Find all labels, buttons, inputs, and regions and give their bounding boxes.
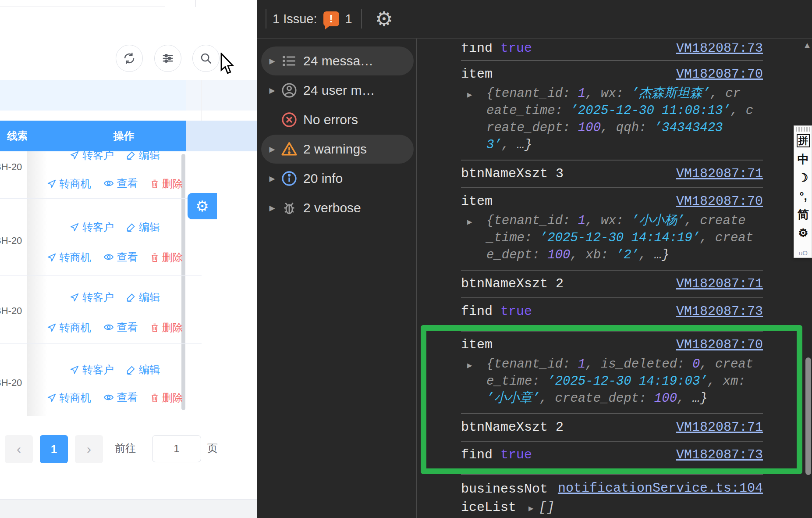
edit-icon [126, 222, 136, 232]
toolbar-divider [266, 9, 266, 29]
sidebar-item-label: 24 user m… [303, 83, 375, 98]
issue-text: 1 Issue: [273, 12, 317, 26]
log-message: item [461, 193, 493, 210]
action-buttons-line: 转客户编辑 [27, 363, 202, 377]
source-link[interactable]: VM182087:71 [676, 275, 763, 292]
punctuation-mode[interactable]: °, [794, 187, 812, 205]
ime-logo: uO [794, 249, 812, 257]
send-icon [47, 179, 57, 189]
send-icon [70, 293, 79, 302]
sidebar-item-label: 24 messa… [303, 54, 373, 68]
console-entry: find trueVM182087:73 [461, 297, 763, 325]
pagination-page-1[interactable]: 1 [40, 435, 68, 463]
expander-arrow-icon[interactable]: ▶ [467, 87, 472, 104]
filter-settings-button[interactable] [154, 45, 181, 72]
sidebar-item-user[interactable]: ▶24 user m… [261, 76, 414, 105]
action-查看-button[interactable]: 查看 [103, 390, 138, 404]
console-settings-button[interactable]: ⚙ [375, 9, 393, 29]
action-删除-button[interactable]: 删除 [150, 250, 183, 264]
ime-toolbar: 拼中☽°,简⚙ uO [794, 125, 812, 258]
action-编辑-button[interactable]: 编辑 [126, 363, 160, 377]
expander-arrow-icon[interactable]: ▶ [265, 86, 280, 95]
source-link[interactable]: VM182087:73 [676, 447, 763, 463]
info-icon [280, 170, 298, 187]
source-link[interactable]: notificationService.ts:104 [558, 480, 763, 497]
source-link[interactable]: VM182087:70 [676, 66, 763, 82]
action-删除-button[interactable]: 删除 [150, 177, 183, 191]
simplified-mode[interactable]: 简 [794, 205, 812, 224]
action-删除-button[interactable]: 删除 [150, 321, 183, 335]
action-编辑-button[interactable]: 编辑 [126, 151, 160, 162]
source-link[interactable]: VM182087:71 [676, 165, 763, 182]
log-message: btnNameXszt 3 [461, 165, 564, 182]
action-转客户-button[interactable]: 转客户 [70, 363, 114, 377]
issue-count: 1 [345, 12, 352, 26]
refresh-button[interactable] [116, 45, 143, 72]
console-entry: btnNameXszt 2VM182087:71 [461, 413, 763, 441]
source-link[interactable]: VM182087:70 [676, 336, 763, 353]
console-entry: find trueVM182087:73 [461, 441, 763, 468]
action-转商机-button[interactable]: 转商机 [47, 250, 91, 264]
eye-icon [103, 322, 114, 332]
source-link[interactable]: VM182087:70 [676, 193, 763, 210]
action-转客户-button[interactable]: 转客户 [70, 220, 114, 234]
sidebar-item-warning[interactable]: ▶2 warnings [261, 135, 414, 164]
pagination-next-button[interactable]: › [75, 435, 103, 463]
row-separator [0, 343, 202, 344]
sidebar-item-error[interactable]: No errors [261, 105, 414, 134]
action-删除-button[interactable]: 删除 [150, 391, 183, 405]
chinese-mode[interactable]: 中 [794, 150, 812, 168]
action-转商机-button[interactable]: 转商机 [47, 391, 91, 405]
action-转客户-button[interactable]: 转客户 [70, 151, 114, 162]
source-link[interactable]: VM182087:73 [676, 303, 763, 320]
expander-arrow-icon[interactable]: ▶ [467, 214, 472, 231]
expander-arrow-icon[interactable]: ▶ [265, 174, 280, 183]
action-转商机-button[interactable]: 转商机 [47, 177, 91, 191]
sliders-icon [161, 52, 174, 65]
pagination-prev-button[interactable]: ‹ [5, 435, 33, 463]
expander-arrow-icon[interactable]: ▶ [467, 357, 472, 375]
user-icon [280, 82, 298, 99]
trash-icon [150, 179, 159, 189]
devtools-panel: 1 Issue: ! 1 ⚙ ▶24 messa…▶24 user m…No e… [257, 0, 812, 518]
sidebar-item-list[interactable]: ▶24 messa… [261, 46, 414, 75]
goto-page-input[interactable] [152, 435, 201, 462]
moon-theme[interactable]: ☽ [794, 168, 812, 187]
ime-settings[interactable]: ⚙ [794, 224, 812, 242]
action-查看-button[interactable]: 查看 [103, 176, 138, 190]
pinyin-mode[interactable]: 拼 [794, 132, 812, 150]
verbose-icon [280, 199, 298, 217]
search-button[interactable] [192, 45, 220, 72]
action-buttons-line: 转客户编辑 [27, 220, 202, 235]
page-unit-label: 页 [207, 441, 218, 455]
log-message: btnNameXszt 2 [461, 275, 564, 292]
sidebar-item-label: No errors [303, 112, 358, 127]
action-转商机-button[interactable]: 转商机 [47, 321, 91, 335]
sidebar-item-verbose[interactable]: ▶2 verbose [261, 193, 414, 222]
source-link[interactable]: VM182087:73 [676, 43, 763, 55]
action-查看-button[interactable]: 查看 [103, 250, 138, 264]
theme-settings-fab[interactable]: ⚙ [188, 193, 217, 219]
edit-icon [126, 365, 136, 375]
log-message: find true [461, 303, 532, 320]
issues-counter[interactable]: 1 Issue: ! 1 [273, 11, 352, 26]
log-message: item [461, 336, 493, 353]
sidebar-item-info[interactable]: ▶20 info [261, 164, 414, 193]
action-编辑-button[interactable]: 编辑 [126, 220, 160, 234]
expander-arrow-icon[interactable]: ▶ [265, 57, 280, 66]
list-icon [280, 52, 298, 70]
sidebar-item-label: 20 info [303, 171, 343, 186]
action-查看-button[interactable]: 查看 [103, 320, 138, 334]
source-link[interactable]: VM182087:71 [676, 419, 763, 436]
object-preview: ▶{tenant_id: 1, wx: ’小小杨’, create_time: … [486, 212, 763, 264]
console-scrollbar-thumb[interactable] [805, 357, 811, 475]
expander-arrow-icon[interactable]: ▶ [528, 504, 533, 514]
scrollbar-up-arrow[interactable]: ▲ [805, 41, 810, 51]
expander-arrow-icon[interactable]: ▶ [265, 204, 280, 213]
action-转客户-button[interactable]: 转客户 [70, 290, 114, 304]
action-编辑-button[interactable]: 编辑 [126, 290, 160, 304]
web-page-pane: 线索 操作 转客户编辑BH-20转商机查看删除转客户编辑BH-20转商机查看删除… [0, 0, 257, 518]
ime-drag-handle[interactable] [796, 127, 810, 132]
expander-arrow-icon[interactable]: ▶ [265, 145, 280, 154]
object-preview-line: {tenant_id: 1, wx: ’杰森斯坦森’, cr [486, 85, 763, 102]
